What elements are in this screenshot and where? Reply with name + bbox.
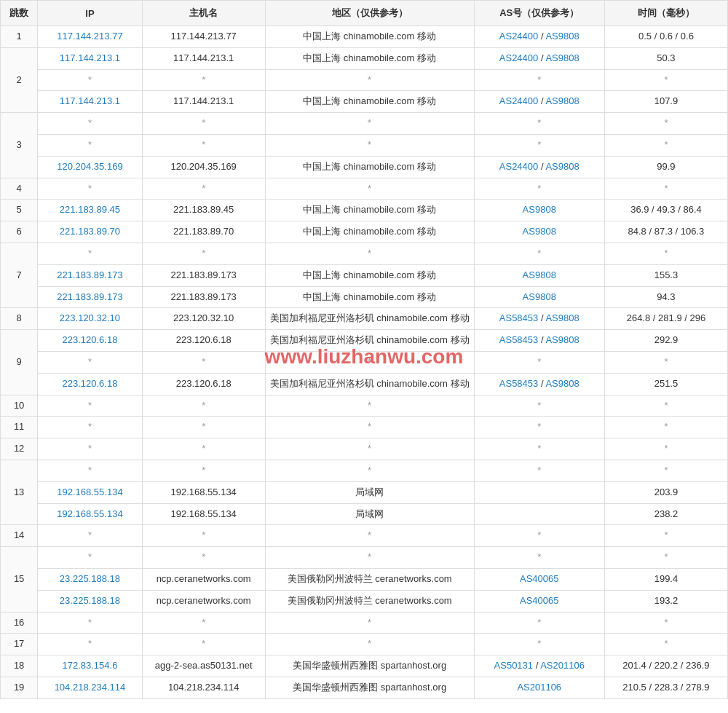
region-cell: *	[265, 243, 474, 264]
hop-number: 2	[1, 47, 38, 112]
as-cell[interactable]: AS9808	[474, 286, 604, 308]
region-cell: *	[265, 547, 474, 569]
ip-cell[interactable]: 23.225.188.18	[38, 568, 142, 590]
ip-cell: *	[38, 525, 142, 547]
as-cell[interactable]: AS24400 / AS9808	[474, 91, 604, 113]
hop-number: 15	[1, 547, 38, 612]
hostname-cell: *	[142, 547, 265, 569]
ip-cell: *	[38, 547, 142, 569]
as-cell[interactable]: AS9808	[474, 264, 604, 286]
as-cell[interactable]: AS24400 / AS9808	[474, 47, 604, 69]
as-cell[interactable]: AS9808	[474, 200, 604, 221]
region-cell: 中国上海 chinamobile.com 移动	[265, 200, 474, 221]
hostname-cell: *	[142, 438, 265, 460]
hostname-cell: *	[142, 178, 265, 200]
hostname-cell: 221.183.89.173	[142, 264, 265, 286]
traceroute-table-container: www.liuzhanwu.com 跳数 IP 主机名 地区（仅供参考） AS号…	[0, 0, 728, 699]
ip-cell: *	[38, 243, 142, 264]
as-cell: *	[474, 417, 604, 438]
time-cell: *	[604, 69, 727, 91]
as-cell: *	[474, 69, 604, 91]
time-cell: *	[604, 460, 727, 481]
hostname-cell: *	[142, 134, 265, 156]
hostname-cell: *	[142, 634, 265, 655]
ip-cell[interactable]: 192.168.55.134	[38, 481, 142, 503]
table-row: 12*****	[1, 438, 728, 460]
region-cell: 中国上海 chinamobile.com 移动	[265, 286, 474, 308]
hop-number: 1	[1, 26, 38, 48]
ip-cell[interactable]: 117.144.213.77	[38, 26, 142, 48]
time-cell: 203.9	[604, 481, 727, 503]
hostname-cell: ncp.ceranetworks.com	[142, 590, 265, 612]
ip-cell[interactable]: 172.83.154.6	[38, 655, 142, 677]
as-cell[interactable]: AS9808	[474, 221, 604, 243]
hop-number: 4	[1, 178, 38, 200]
region-cell: 中国上海 chinamobile.com 移动	[265, 47, 474, 69]
as-cell[interactable]: AS24400 / AS9808	[474, 26, 604, 48]
time-cell: 107.9	[604, 91, 727, 113]
table-row: 23.225.188.18ncp.ceranetworks.com美国俄勒冈州波…	[1, 590, 728, 612]
ip-cell: *	[38, 634, 142, 655]
ip-cell[interactable]: 192.168.55.134	[38, 503, 142, 525]
time-cell: *	[604, 113, 727, 135]
time-cell: 193.2	[604, 590, 727, 612]
region-cell: 美国加利福尼亚州洛杉矶 chinamobile.com 移动	[265, 308, 474, 330]
ip-cell[interactable]: 221.183.89.173	[38, 264, 142, 286]
hop-number: 19	[1, 677, 38, 698]
as-cell[interactable]: AS50131 / AS201106	[474, 655, 604, 677]
ip-cell[interactable]: 221.183.89.173	[38, 286, 142, 308]
ip-cell[interactable]: 23.225.188.18	[38, 590, 142, 612]
as-cell: *	[474, 243, 604, 264]
hostname-cell: 221.183.89.45	[142, 200, 265, 221]
time-cell: 84.8 / 87.3 / 106.3	[604, 221, 727, 243]
region-cell: *	[265, 69, 474, 91]
ip-cell[interactable]: 223.120.6.18	[38, 330, 142, 352]
as-cell: *	[474, 113, 604, 135]
ip-cell[interactable]: 104.218.234.114	[38, 677, 142, 698]
table-row: 192.168.55.134192.168.55.134局域网203.9	[1, 481, 728, 503]
region-cell: *	[265, 113, 474, 135]
table-row: 4*****	[1, 178, 728, 200]
as-cell	[474, 481, 604, 503]
time-cell: 251.5	[604, 373, 727, 395]
hostname-cell: 120.204.35.169	[142, 156, 265, 178]
ip-cell[interactable]: 120.204.35.169	[38, 156, 142, 178]
hop-number: 12	[1, 438, 38, 460]
region-cell: 美国华盛顿州西雅图 spartanhost.org	[265, 655, 474, 677]
as-cell[interactable]: AS40065	[474, 590, 604, 612]
region-cell: 中国上海 chinamobile.com 移动	[265, 156, 474, 178]
table-row: 23.225.188.18ncp.ceranetworks.com美国俄勒冈州波…	[1, 568, 728, 590]
as-cell[interactable]: AS201106	[474, 677, 604, 698]
time-cell: 264.8 / 281.9 / 296	[604, 308, 727, 330]
as-cell[interactable]: AS24400 / AS9808	[474, 156, 604, 178]
region-cell: *	[265, 525, 474, 547]
as-cell: *	[474, 547, 604, 569]
hostname-cell: 221.183.89.70	[142, 221, 265, 243]
hop-number: 11	[1, 417, 38, 438]
as-cell[interactable]: AS58453 / AS9808	[474, 330, 604, 352]
ip-cell: *	[38, 417, 142, 438]
hostname-cell: 117.144.213.1	[142, 91, 265, 113]
ip-cell[interactable]: 117.144.213.1	[38, 91, 142, 113]
ip-cell[interactable]: 117.144.213.1	[38, 47, 142, 69]
region-cell: 美国俄勒冈州波特兰 ceranetworks.com	[265, 590, 474, 612]
as-cell[interactable]: AS58453 / AS9808	[474, 373, 604, 395]
table-row: 5221.183.89.45221.183.89.45中国上海 chinamob…	[1, 200, 728, 221]
hop-number: 5	[1, 200, 38, 221]
ip-cell[interactable]: 221.183.89.45	[38, 200, 142, 221]
region-cell: *	[265, 178, 474, 200]
ip-cell[interactable]: 221.183.89.70	[38, 221, 142, 243]
ip-cell: *	[38, 351, 142, 373]
as-cell: *	[474, 134, 604, 156]
hostname-cell: 223.120.6.18	[142, 330, 265, 352]
ip-cell[interactable]: 223.120.6.18	[38, 373, 142, 395]
header-ip: IP	[38, 1, 142, 26]
as-cell[interactable]: AS40065	[474, 568, 604, 590]
region-cell: *	[265, 460, 474, 481]
ip-cell[interactable]: 223.120.32.10	[38, 308, 142, 330]
as-cell: *	[474, 351, 604, 373]
as-cell[interactable]: AS58453 / AS9808	[474, 308, 604, 330]
table-row: 9223.120.6.18223.120.6.18美国加利福尼亚州洛杉矶 chi…	[1, 330, 728, 352]
hop-number: 10	[1, 395, 38, 417]
hostname-cell: 117.144.213.1	[142, 47, 265, 69]
